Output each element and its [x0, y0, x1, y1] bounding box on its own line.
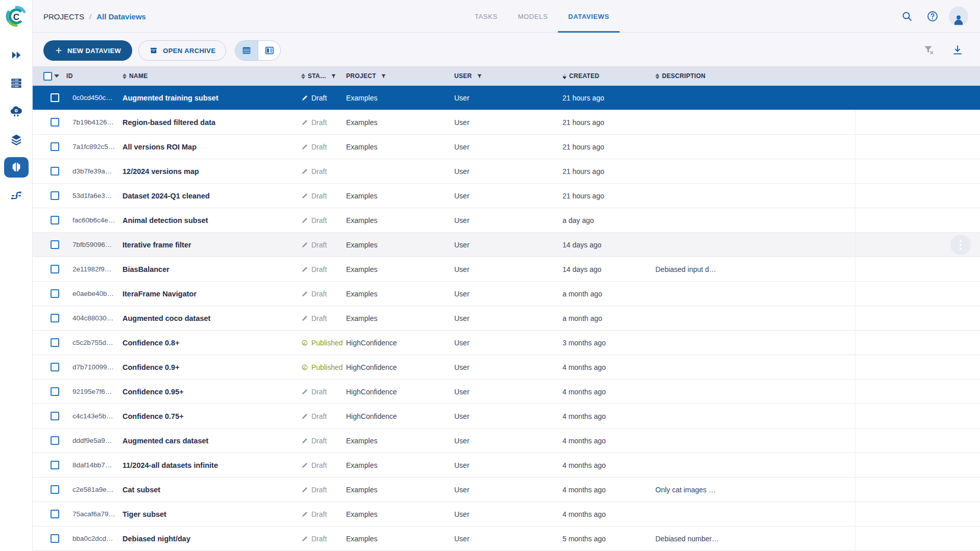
- profile-avatar[interactable]: [949, 7, 968, 26]
- sidebar-item-pipelines[interactable]: [4, 185, 29, 206]
- cell-name[interactable]: BiasBalancer: [122, 265, 301, 273]
- split-view-button[interactable]: [258, 41, 280, 60]
- cell-name[interactable]: Iterative frame filter: [122, 241, 301, 249]
- table-row[interactable]: fac60b6c4e…Animal detection subsetDraftE…: [33, 208, 980, 233]
- cell-name[interactable]: Augmented cars dataset: [122, 437, 301, 445]
- row-checkbox[interactable]: [51, 510, 59, 518]
- filter-icon-project[interactable]: [380, 73, 387, 80]
- open-archive-button[interactable]: OPEN ARCHIVE: [138, 40, 226, 61]
- table-row[interactable]: e0aebe40b…IteraFrame NavigatorDraftExamp…: [33, 282, 980, 306]
- table-view-button[interactable]: [235, 41, 258, 60]
- cell-name[interactable]: All versions ROI Map: [122, 143, 301, 151]
- sort-icon-description[interactable]: [655, 73, 659, 79]
- row-checkbox[interactable]: [51, 461, 59, 469]
- table-row[interactable]: d7b710099…Confidence 0.9+PublishedHighCo…: [33, 355, 980, 380]
- table-row[interactable]: 7a1fc892c5…All versions ROI MapDraftExam…: [33, 135, 980, 159]
- select-all-checkbox[interactable]: [43, 72, 52, 81]
- sidebar-item-datasets[interactable]: [4, 129, 29, 149]
- sidebar-item-workers[interactable]: [4, 101, 29, 121]
- table-row[interactable]: 2e11982f9…BiasBalancerDraftExamplesUser1…: [33, 257, 980, 282]
- sort-icon-name[interactable]: [122, 73, 127, 79]
- tab-tasks[interactable]: TASKS: [464, 0, 508, 33]
- table-row[interactable]: 7b19b4126…Region-based filtered dataDraf…: [33, 110, 980, 135]
- cell-name[interactable]: IteraFrame Navigator: [122, 290, 301, 298]
- tab-models[interactable]: MODELS: [508, 0, 558, 33]
- filter-icon-user[interactable]: [476, 73, 483, 80]
- table-row[interactable]: 404c88030…Augmented coco datasetDraftExa…: [33, 306, 980, 331]
- clear-filters-icon[interactable]: [923, 44, 936, 57]
- cell-name[interactable]: Dataset 2024-Q1 cleaned: [122, 192, 301, 200]
- row-checkbox[interactable]: [51, 216, 59, 224]
- cell-name[interactable]: Augmented training subset: [122, 94, 301, 102]
- row-checkbox[interactable]: [51, 265, 59, 273]
- row-checkbox[interactable]: [51, 387, 59, 396]
- column-header-user[interactable]: USER: [454, 72, 562, 80]
- download-icon[interactable]: [951, 44, 965, 57]
- cell-created: 4 months ago: [562, 363, 655, 371]
- cell-name[interactable]: Confidence 0.8+: [122, 339, 301, 347]
- column-header-name[interactable]: NAME: [122, 72, 301, 80]
- cell-filler: [855, 429, 980, 453]
- column-header-id[interactable]: ID: [61, 72, 122, 80]
- row-checkbox[interactable]: [51, 485, 59, 494]
- cell-name[interactable]: 12/2024 versions map: [122, 167, 301, 176]
- table-row[interactable]: bba0c2dcd…Debiased night/dayDraftExample…: [33, 527, 980, 551]
- cell-status: Draft: [301, 167, 346, 176]
- table-row[interactable]: 8daf14bb7…11/2024-all datasets infiniteD…: [33, 453, 980, 478]
- clearml-logo[interactable]: C: [5, 5, 28, 28]
- table-row[interactable]: 53d1fa6e3…Dataset 2024-Q1 cleanedDraftEx…: [33, 184, 980, 208]
- cell-name[interactable]: Animal detection subset: [122, 216, 301, 224]
- cell-name[interactable]: Confidence 0.9+: [122, 363, 301, 371]
- table-row[interactable]: 75acaf6a79…Tiger subsetDraftExamplesUser…: [33, 502, 980, 527]
- cell-user: User: [454, 94, 562, 102]
- table-row[interactable]: 92195e7f6…Confidence 0.95+DraftHighConfi…: [33, 380, 980, 404]
- cell-name[interactable]: Debiased night/day: [122, 535, 301, 543]
- sidebar-item-expand[interactable]: [4, 45, 29, 65]
- cell-name[interactable]: Confidence 0.75+: [122, 412, 301, 420]
- select-dropdown-caret-icon[interactable]: [54, 74, 59, 78]
- table-row[interactable]: d3b7fe39a…12/2024 versions mapDraftUser2…: [33, 159, 980, 184]
- row-checkbox[interactable]: [51, 436, 59, 445]
- row-checkbox[interactable]: [51, 118, 59, 127]
- table-row[interactable]: c4c143e5b…Confidence 0.75+DraftHighConfi…: [33, 404, 980, 429]
- cell-name[interactable]: Confidence 0.95+: [122, 388, 301, 396]
- row-menu-kebab-icon[interactable]: [950, 235, 971, 255]
- sidebar-item-queues[interactable]: [4, 73, 29, 93]
- column-header-status[interactable]: STA…: [301, 72, 346, 80]
- sidebar-item-projects[interactable]: [4, 157, 29, 178]
- column-header-project[interactable]: PROJECT: [346, 72, 454, 80]
- help-icon[interactable]: [923, 7, 942, 26]
- cell-name[interactable]: Region-based filtered data: [122, 118, 301, 127]
- cell-name[interactable]: Augmented coco dataset: [122, 314, 301, 322]
- row-checkbox[interactable]: [51, 93, 59, 102]
- cell-user: User: [454, 265, 562, 273]
- search-icon[interactable]: [898, 7, 916, 26]
- row-checkbox[interactable]: [51, 314, 59, 322]
- tab-dataviews[interactable]: DATAVIEWS: [558, 0, 620, 33]
- table-row[interactable]: 0c0cd450c…Augmented training subsetDraft…: [33, 86, 980, 110]
- row-checkbox[interactable]: [51, 191, 59, 200]
- column-header-created[interactable]: CREATED: [562, 72, 655, 80]
- new-dataview-button[interactable]: NEW DATAVIEW: [43, 40, 132, 61]
- cell-status: Draft: [301, 535, 346, 543]
- sort-icon-created[interactable]: [562, 73, 567, 79]
- filter-icon-status[interactable]: [330, 73, 337, 80]
- table-row[interactable]: 7bfb59096…Iterative frame filterDraftExa…: [33, 233, 980, 257]
- cell-name[interactable]: 11/2024-all datasets infinite: [122, 461, 301, 469]
- cell-name[interactable]: Tiger subset: [122, 510, 301, 518]
- sort-icon-status[interactable]: [301, 73, 305, 79]
- row-checkbox[interactable]: [51, 338, 59, 347]
- row-checkbox[interactable]: [51, 167, 59, 176]
- row-checkbox[interactable]: [51, 240, 59, 249]
- breadcrumb-projects-link[interactable]: PROJECTS: [43, 12, 84, 21]
- table-row[interactable]: dddf9e5a9…Augmented cars datasetDraftExa…: [33, 429, 980, 453]
- row-checkbox[interactable]: [51, 289, 59, 298]
- row-checkbox[interactable]: [51, 534, 59, 543]
- row-checkbox[interactable]: [51, 363, 59, 371]
- table-row[interactable]: c2e581a9e…Cat subsetDraftExamplesUser4 m…: [33, 478, 980, 502]
- cell-name[interactable]: Cat subset: [122, 486, 301, 494]
- row-checkbox[interactable]: [51, 412, 59, 420]
- column-header-description[interactable]: DESCRIPTION: [655, 72, 855, 80]
- table-row[interactable]: c5c2b755d…Confidence 0.8+PublishedHighCo…: [33, 331, 980, 355]
- row-checkbox[interactable]: [51, 142, 59, 151]
